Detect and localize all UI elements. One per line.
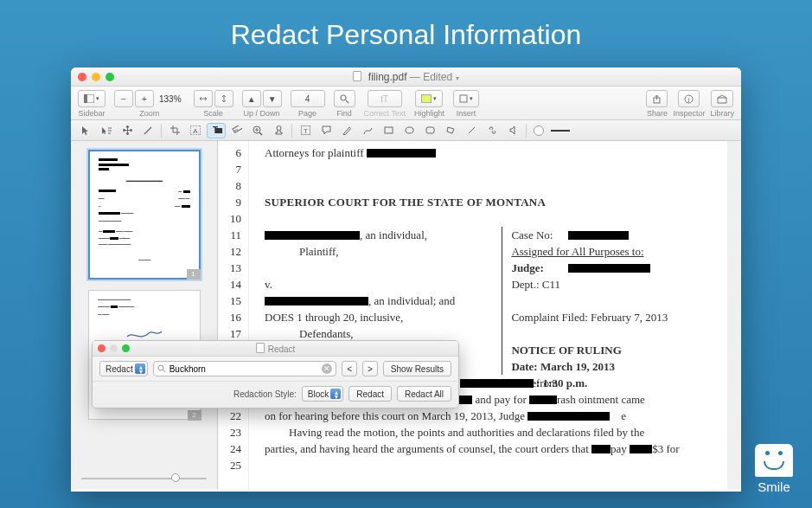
thumb-page-number: 1 bbox=[187, 269, 201, 280]
redact-panel: Redact Redact▴▾ ✕ < > Show Results Redac… bbox=[92, 340, 459, 408]
insert-label: Insert bbox=[457, 109, 476, 118]
document-icon bbox=[353, 71, 361, 81]
audio-tool[interactable] bbox=[503, 123, 522, 138]
page-content: Attorneys for plaintiff SUPERIOR COURT F… bbox=[249, 141, 741, 489]
redact-mode-select[interactable]: Redact▴▾ bbox=[99, 361, 148, 376]
ocr-tool[interactable]: A bbox=[186, 123, 205, 138]
line-number: 23 bbox=[218, 424, 248, 440]
text: Plaintiff, bbox=[265, 243, 495, 260]
line-number: 24 bbox=[218, 440, 248, 457]
line-number: 9 bbox=[218, 194, 248, 210]
redaction-bar bbox=[568, 264, 650, 273]
svg-line-11 bbox=[144, 127, 151, 134]
redaction-bar bbox=[460, 379, 534, 388]
redact-button[interactable]: Redact bbox=[348, 386, 392, 402]
draw-tool[interactable] bbox=[358, 123, 377, 138]
polygon-tool[interactable] bbox=[441, 123, 460, 138]
move-tool[interactable] bbox=[118, 123, 137, 138]
thumbnail-sidebar: ━━━━━━━━━━━━━━ ━━ ━━━━━━━ ━━ ━━━━ ━━━━━━… bbox=[71, 141, 218, 489]
zoom-out-button[interactable]: − bbox=[114, 90, 133, 107]
svg-text:A: A bbox=[193, 127, 198, 135]
text: Dept.: C11 bbox=[511, 276, 712, 293]
loupe-tool[interactable] bbox=[248, 123, 267, 138]
text-box-tool[interactable]: T bbox=[296, 123, 315, 138]
scale-label: Scale bbox=[203, 109, 223, 118]
line-number: 11 bbox=[218, 227, 248, 243]
line-number: 14 bbox=[218, 276, 248, 293]
line-number: 22 bbox=[218, 408, 248, 424]
text: NOTICE OF RULING bbox=[511, 342, 621, 358]
text: Having read the motion, the points and a… bbox=[265, 424, 712, 440]
text: Complaint Filed: February 7, 2013 bbox=[511, 309, 712, 325]
svg-line-27 bbox=[469, 127, 475, 133]
svg-point-28 bbox=[158, 365, 163, 370]
smile-face-icon bbox=[755, 444, 793, 477]
scale-width-button[interactable] bbox=[194, 90, 213, 107]
rect-tool[interactable] bbox=[379, 123, 398, 138]
redaction-bar bbox=[568, 231, 629, 240]
text: , an individual; and bbox=[368, 293, 455, 309]
zoom-in-button[interactable]: + bbox=[135, 90, 154, 107]
page-down-button[interactable]: ▼ bbox=[263, 90, 282, 107]
document-view: 678910111213141516171819202122232425 Att… bbox=[218, 141, 741, 489]
share-button[interactable] bbox=[646, 90, 668, 107]
oval-tool[interactable] bbox=[400, 123, 419, 138]
stroke-width-control[interactable] bbox=[551, 130, 570, 132]
note-tool[interactable] bbox=[316, 123, 336, 138]
crop-tool[interactable] bbox=[165, 123, 184, 138]
insert-button[interactable]: ▾ bbox=[453, 90, 479, 107]
redact-tool[interactable]: T bbox=[207, 123, 226, 138]
line-number: 12 bbox=[218, 243, 248, 260]
text: v. bbox=[265, 276, 495, 293]
library-button[interactable] bbox=[711, 90, 733, 107]
correct-text-button[interactable]: tT bbox=[368, 90, 402, 107]
inspector-button[interactable]: i bbox=[678, 90, 700, 107]
prev-result-button[interactable]: < bbox=[342, 361, 357, 376]
line-number: 6 bbox=[218, 145, 248, 161]
line-number: 25 bbox=[218, 457, 248, 473]
line-number: 10 bbox=[218, 210, 248, 227]
text-select-tool[interactable] bbox=[97, 123, 116, 138]
stamp-tool[interactable] bbox=[269, 123, 288, 138]
search-icon bbox=[157, 364, 166, 373]
library-label: Library bbox=[710, 109, 734, 118]
svg-rect-24 bbox=[385, 127, 393, 133]
link-tool[interactable] bbox=[483, 123, 502, 138]
next-result-button[interactable]: > bbox=[362, 361, 378, 376]
line-number: 7 bbox=[218, 161, 248, 177]
show-results-button[interactable]: Show Results bbox=[383, 361, 451, 376]
redaction-style-select[interactable]: Block▴▾ bbox=[302, 386, 343, 402]
redaction-bar bbox=[265, 297, 368, 305]
text: Assigned for All Purposes to: bbox=[511, 243, 643, 260]
page-label: Page bbox=[298, 109, 316, 118]
find-button[interactable] bbox=[334, 90, 355, 107]
thumbnail-size-slider[interactable] bbox=[81, 473, 207, 484]
line-tool[interactable] bbox=[138, 123, 157, 138]
window-title: filing.pdf — Edited ▾ bbox=[71, 71, 741, 83]
highlight-button[interactable]: ▾ bbox=[415, 90, 443, 107]
text: DOES 1 through 20, inclusive, bbox=[265, 309, 495, 325]
main-toolbar: ▾ Sidebar − + 133% Zoom Scale ▲ ▼ Up / bbox=[71, 87, 741, 120]
redaction-bar bbox=[630, 445, 652, 453]
rounded-rect-tool[interactable] bbox=[420, 123, 439, 138]
redact-search-input[interactable] bbox=[169, 364, 318, 374]
text: parties, and having heard the arguments … bbox=[265, 440, 589, 457]
page-number-field[interactable]: 4 bbox=[291, 90, 325, 107]
measure-tool[interactable] bbox=[227, 123, 246, 138]
fill-color-well[interactable] bbox=[534, 125, 544, 136]
page-thumbnail-1[interactable]: ━━━━━━━━━━━━━━ ━━ ━━━━━━━ ━━ ━━━━ ━━━━━━… bbox=[88, 150, 201, 280]
scale-height-button[interactable] bbox=[214, 90, 233, 107]
highlight-tool[interactable] bbox=[337, 123, 356, 138]
select-tool[interactable] bbox=[76, 123, 95, 138]
clear-search-button[interactable]: ✕ bbox=[322, 363, 332, 374]
redact-search-field[interactable]: ✕ bbox=[153, 361, 336, 376]
line-number: 16 bbox=[218, 309, 248, 325]
sidebar-toggle-button[interactable]: ▾ bbox=[78, 90, 105, 107]
line-annot-tool[interactable] bbox=[462, 123, 481, 138]
svg-point-2 bbox=[341, 95, 346, 100]
court-heading: SUPERIOR COURT FOR THE STATE OF MONTANA bbox=[265, 194, 712, 210]
svg-point-25 bbox=[406, 127, 413, 133]
correct-label: Correct Text bbox=[364, 109, 406, 118]
page-up-button[interactable]: ▲ bbox=[242, 90, 261, 107]
redact-all-button[interactable]: Redact All bbox=[397, 386, 451, 402]
